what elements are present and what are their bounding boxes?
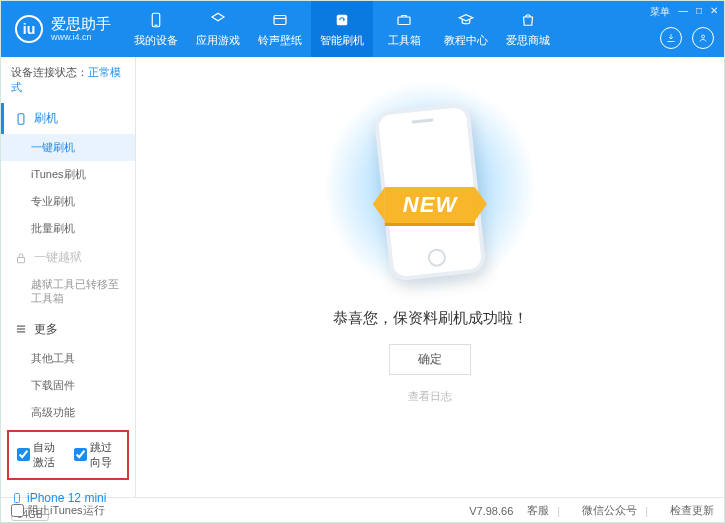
refresh-icon [333,11,351,29]
graduation-icon [457,11,475,29]
download-button[interactable] [660,27,682,49]
nav-my-device[interactable]: 我的设备 [125,1,187,57]
confirm-button[interactable]: 确定 [389,344,471,375]
app-header: iu 爱思助手 www.i4.cn 我的设备 应用游戏 铃声壁纸 智能刷机 工具… [1,1,724,57]
sidebar-section-flash[interactable]: 刷机 [1,103,135,134]
main-panel: NEW 恭喜您，保资料刷机成功啦！ 确定 查看日志 [136,57,724,497]
lock-icon [14,251,28,265]
nav-store[interactable]: 爱思商城 [497,1,559,57]
bag-icon [519,11,537,29]
logo-area: iu 爱思助手 www.i4.cn [1,15,125,43]
maximize-button[interactable]: □ [696,5,702,19]
service-link[interactable]: 客服 [527,503,549,518]
sidebar-item-itunes-flash[interactable]: iTunes刷机 [1,161,135,188]
sidebar-section-more[interactable]: 更多 [1,314,135,345]
svg-rect-12 [15,493,20,502]
phone-icon [147,11,165,29]
sidebar-item-pro-flash[interactable]: 专业刷机 [1,188,135,215]
svg-point-6 [702,35,705,38]
wallet-icon [271,11,289,29]
new-badge: NEW [385,187,475,223]
nav-apps[interactable]: 应用游戏 [187,1,249,57]
svg-rect-5 [398,17,410,25]
minimize-button[interactable]: — [678,5,688,19]
svg-rect-2 [274,15,286,24]
auto-activate-checkbox[interactable]: 自动激活 [17,440,62,470]
nav-toolbox[interactable]: 工具箱 [373,1,435,57]
success-message: 恭喜您，保资料刷机成功啦！ [333,309,528,328]
phone-icon [14,112,28,126]
app-site: www.i4.cn [51,32,111,42]
sidebar-item-download-firmware[interactable]: 下载固件 [1,372,135,399]
user-button[interactable] [692,27,714,49]
sidebar-item-other-tools[interactable]: 其他工具 [1,345,135,372]
jailbreak-note: 越狱工具已转移至工具箱 [1,273,135,314]
menu-icon [14,322,28,336]
top-nav: 我的设备 应用游戏 铃声壁纸 智能刷机 工具箱 教程中心 爱思商城 [125,1,559,57]
apps-icon [209,11,227,29]
nav-smart-flash[interactable]: 智能刷机 [311,1,373,57]
check-update-link[interactable]: 检查更新 [670,503,714,518]
header-actions [660,27,714,49]
view-log-link[interactable]: 查看日志 [408,389,452,404]
wechat-link[interactable]: 微信公众号 [582,503,637,518]
sidebar-item-onekey-flash[interactable]: 一键刷机 [1,134,135,161]
nav-ringtone[interactable]: 铃声壁纸 [249,1,311,57]
logo-icon: iu [15,15,43,43]
sidebar-item-batch-flash[interactable]: 批量刷机 [1,215,135,242]
close-button[interactable]: ✕ [710,5,718,19]
svg-rect-7 [18,113,24,124]
menu-button[interactable]: 菜单 [650,5,670,19]
block-itunes-checkbox[interactable]: 阻止iTunes运行 [11,503,105,518]
svg-rect-8 [18,257,25,262]
svg-rect-4 [337,14,348,25]
success-illustration: NEW [345,97,515,277]
nav-tutorial[interactable]: 教程中心 [435,1,497,57]
options-highlight: 自动激活 跳过向导 [7,430,129,480]
connection-status: 设备连接状态：正常模式 [1,57,135,103]
sidebar-item-advanced[interactable]: 高级功能 [1,399,135,426]
app-name: 爱思助手 [51,16,111,33]
window-controls: 菜单 — □ ✕ [650,5,718,19]
sidebar-section-jailbreak[interactable]: 一键越狱 [1,242,135,273]
toolbox-icon [395,11,413,29]
skip-guide-checkbox[interactable]: 跳过向导 [74,440,119,470]
version-label: V7.98.66 [469,505,513,517]
sidebar: 设备连接状态：正常模式 刷机 一键刷机 iTunes刷机 专业刷机 批量刷机 一… [1,57,136,497]
